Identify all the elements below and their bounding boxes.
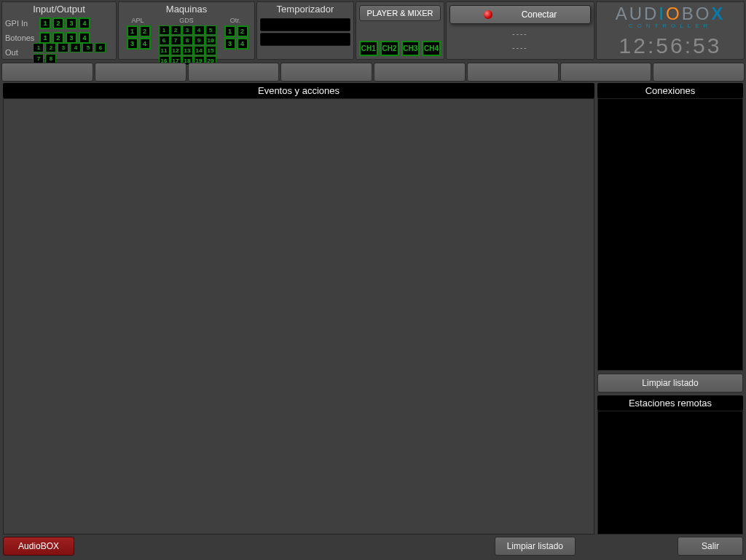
num-button-1[interactable]: 1 bbox=[33, 43, 44, 52]
num-button-2[interactable]: 2 bbox=[45, 43, 56, 52]
num-button-7[interactable]: 7 bbox=[170, 36, 181, 45]
gds-label: GDS bbox=[158, 17, 216, 24]
num-button-3[interactable]: 3 bbox=[66, 17, 77, 29]
clock: 12:56:53 bbox=[619, 33, 722, 58]
num-button-11[interactable]: 11 bbox=[159, 46, 170, 55]
num-button-4[interactable]: 4 bbox=[237, 38, 248, 50]
slot-row bbox=[0, 61, 746, 83]
channel-button-ch4[interactable]: CH4 bbox=[422, 41, 441, 56]
maquinas-panel: Maquinas APL 1234 GDS 123456789101112131… bbox=[118, 1, 255, 60]
connect-status-2: ---- bbox=[449, 44, 591, 52]
slot-6[interactable] bbox=[467, 63, 559, 82]
num-button-2[interactable]: 2 bbox=[237, 25, 248, 37]
num-button-6[interactable]: 6 bbox=[159, 36, 170, 45]
num-button-4[interactable]: 4 bbox=[194, 25, 205, 35]
otr-label: Otr. bbox=[224, 17, 248, 24]
io-panel: Input/Output GPI In 1234 Botones 1234 Ou… bbox=[1, 1, 117, 60]
slot-4[interactable] bbox=[280, 63, 372, 82]
num-button-3[interactable]: 3 bbox=[224, 38, 236, 50]
brand-sub: CONTROLLER bbox=[629, 23, 712, 29]
conexiones-body bbox=[597, 98, 743, 371]
temp-display-1 bbox=[260, 18, 350, 31]
num-button-8[interactable]: 8 bbox=[182, 36, 193, 45]
maquinas-title: Maquinas bbox=[122, 4, 251, 17]
io-title: Input/Output bbox=[5, 4, 113, 17]
connect-label: Conectar bbox=[522, 9, 557, 20]
num-button-1[interactable]: 1 bbox=[127, 25, 138, 37]
num-button-2[interactable]: 2 bbox=[170, 25, 181, 35]
num-button-1[interactable]: 1 bbox=[224, 25, 236, 37]
gpi-label: GPI In bbox=[5, 19, 39, 28]
channels-panel: PLAYER & MIXER CH1CH2CH3CH4 bbox=[356, 1, 444, 60]
temporizador-title: Temporizador bbox=[260, 4, 350, 17]
num-button-4[interactable]: 4 bbox=[70, 43, 81, 52]
conexiones-limpiar-button[interactable]: Limpiar listado bbox=[597, 374, 743, 393]
conexiones-header: Conexiones bbox=[597, 83, 743, 98]
num-button-9[interactable]: 9 bbox=[194, 36, 205, 45]
brand-logo: AUDIOBOX bbox=[616, 4, 726, 24]
events-body bbox=[3, 98, 594, 535]
num-button-4[interactable]: 4 bbox=[139, 38, 151, 50]
num-button-1[interactable]: 1 bbox=[159, 25, 170, 35]
num-button-5[interactable]: 5 bbox=[82, 43, 93, 52]
temp-display-2 bbox=[260, 33, 350, 46]
events-header: Eventos y acciones bbox=[3, 83, 594, 98]
num-button-15[interactable]: 15 bbox=[205, 46, 216, 55]
temporizador-panel: Temporizador bbox=[256, 1, 354, 60]
player-mixer-button[interactable]: PLAYER & MIXER bbox=[359, 5, 441, 21]
connect-status-1: ---- bbox=[449, 30, 591, 38]
audiobox-button[interactable]: AudioBOX bbox=[3, 537, 74, 556]
num-button-4[interactable]: 4 bbox=[79, 17, 90, 29]
num-button-3[interactable]: 3 bbox=[127, 38, 138, 50]
num-button-6[interactable]: 6 bbox=[95, 43, 106, 52]
num-button-5[interactable]: 5 bbox=[205, 25, 216, 35]
num-button-3[interactable]: 3 bbox=[58, 43, 68, 52]
num-button-2[interactable]: 2 bbox=[139, 25, 151, 37]
slot-7[interactable] bbox=[560, 63, 652, 82]
num-button-13[interactable]: 13 bbox=[182, 46, 193, 55]
channel-button-ch1[interactable]: CH1 bbox=[359, 41, 378, 56]
record-icon bbox=[484, 10, 492, 19]
events-limpiar-button[interactable]: Limpiar listado bbox=[495, 537, 576, 556]
slot-2[interactable] bbox=[95, 63, 186, 82]
estaciones-header: Estaciones remotas bbox=[597, 395, 743, 411]
logo-panel: AUDIOBOX CONTROLLER 12:56:53 bbox=[596, 1, 745, 60]
out-label: Out bbox=[5, 48, 32, 57]
num-button-1[interactable]: 1 bbox=[39, 17, 51, 29]
num-button-2[interactable]: 2 bbox=[52, 17, 64, 29]
connect-button[interactable]: Conectar bbox=[449, 5, 591, 24]
num-button-3[interactable]: 3 bbox=[182, 25, 193, 35]
num-button-10[interactable]: 10 bbox=[205, 36, 216, 45]
channel-button-ch2[interactable]: CH2 bbox=[380, 41, 399, 56]
slot-5[interactable] bbox=[374, 63, 466, 82]
slot-8[interactable] bbox=[653, 63, 745, 82]
slot-1[interactable] bbox=[1, 63, 93, 82]
slot-3[interactable] bbox=[188, 63, 280, 82]
apl-label: APL bbox=[126, 17, 150, 24]
connect-panel: Conectar ---- ---- bbox=[446, 1, 594, 60]
estaciones-body bbox=[597, 411, 743, 535]
salir-button[interactable]: Salir bbox=[678, 537, 743, 556]
num-button-12[interactable]: 12 bbox=[170, 46, 181, 55]
channel-button-ch3[interactable]: CH3 bbox=[401, 41, 420, 56]
num-button-14[interactable]: 14 bbox=[194, 46, 205, 55]
